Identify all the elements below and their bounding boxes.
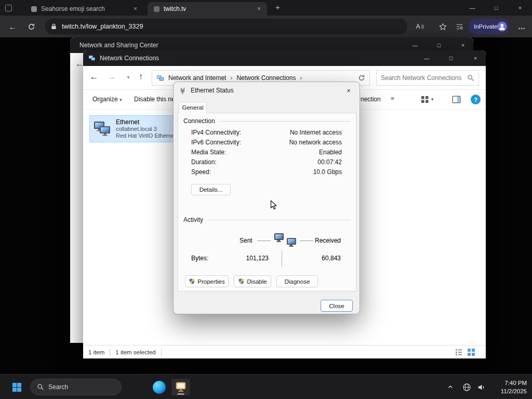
- nc-refresh-icon[interactable]: [358, 74, 365, 82]
- row-value: 00:07:42: [317, 158, 342, 168]
- activity-diagram: Sent Received: [178, 232, 356, 250]
- refresh-icon[interactable]: [24, 19, 38, 34]
- tab-actions-icon[interactable]: [5, 5, 12, 11]
- disable-button-label: Disable: [247, 278, 267, 285]
- media-state-row: Media State: Enabled: [178, 149, 356, 158]
- tab-seahorse[interactable]: Seahorse emoji search ×: [25, 2, 143, 16]
- nc-minimize-button[interactable]: —: [416, 50, 437, 66]
- breadcrumb-network-and-internet[interactable]: Network and Internet: [168, 74, 226, 82]
- command-overflow-chevron-icon[interactable]: »: [391, 95, 394, 102]
- row-value: No Internet access: [290, 129, 342, 139]
- ipv4-row: IPv4 Connectivity: No Internet access: [178, 129, 356, 139]
- edge-taskbar-button[interactable]: [150, 379, 168, 395]
- tab-close-icon[interactable]: ×: [131, 5, 139, 12]
- start-button[interactable]: [7, 379, 26, 395]
- browser-tab-bar: Seahorse emoji search × twitch.tv × + — …: [0, 0, 532, 16]
- bytes-sent-value: 101,123: [246, 255, 269, 262]
- diagnose-button[interactable]: Diagnose: [276, 275, 318, 287]
- disable-button[interactable]: Disable: [234, 275, 271, 287]
- nav-history-chevron-icon[interactable]: ▾: [122, 74, 135, 80]
- tab-label: twitch.tv: [164, 5, 186, 12]
- network-tray-button[interactable]: [459, 379, 474, 395]
- inprivate-badge[interactable]: InPrivate: [469, 19, 509, 34]
- view-options-button[interactable]: ▾: [421, 95, 434, 103]
- browser-maximize-button[interactable]: □: [484, 0, 508, 16]
- chevron-up-icon: [447, 384, 454, 390]
- properties-button[interactable]: Properties: [185, 275, 229, 287]
- selected-count: 1 item selected: [115, 349, 155, 355]
- dialog-titlebar[interactable]: Ethernet Status: [174, 82, 360, 99]
- details-view-icon[interactable]: [455, 348, 463, 356]
- new-tab-button[interactable]: +: [275, 3, 280, 11]
- speed-row: Speed: 10.0 Gbps: [178, 168, 356, 178]
- taskbar-clock[interactable]: 7:40 PM 11/2/2025: [501, 379, 527, 395]
- preview-pane-button[interactable]: [452, 96, 461, 105]
- taskbar-search[interactable]: Search: [30, 379, 122, 395]
- grid-view-icon: [421, 95, 429, 103]
- dialog-close-icon[interactable]: ×: [338, 82, 360, 99]
- breadcrumb-network-connections[interactable]: Network Connections: [236, 74, 296, 82]
- nav-up-icon[interactable]: ↑: [134, 72, 148, 82]
- details-button[interactable]: Details...: [191, 184, 231, 195]
- nsc-back-icon[interactable]: ←: [75, 59, 84, 69]
- taskbar: Search 7:40 PM 11/2/2025: [0, 374, 532, 399]
- nc-maximize-button[interactable]: □: [441, 50, 461, 66]
- browser-menu-icon[interactable]: …: [514, 19, 529, 34]
- separator: [110, 349, 110, 356]
- volume-tray-button[interactable]: [474, 379, 488, 395]
- large-icons-view-icon[interactable]: [467, 348, 475, 356]
- address-bar[interactable]: twitch.tv/low_plankton_3329: [45, 19, 407, 34]
- details-button-label: Details...: [200, 187, 223, 193]
- help-icon[interactable]: ?: [471, 95, 481, 104]
- back-icon[interactable]: ←: [5, 19, 20, 34]
- favorite-star-icon[interactable]: [435, 19, 450, 34]
- tab-close-icon[interactable]: ×: [255, 5, 263, 12]
- row-label: IPv4 Connectivity:: [191, 129, 241, 139]
- search-icon[interactable]: [467, 74, 474, 82]
- globe-icon: [462, 383, 471, 392]
- bytes-received-value: 60,843: [322, 255, 341, 262]
- browser-minimize-button[interactable]: —: [460, 0, 484, 16]
- tab-general[interactable]: General: [179, 102, 207, 113]
- organize-button[interactable]: Organize ▾: [92, 96, 122, 103]
- duration-row: Duration: 00:07:42: [178, 158, 356, 168]
- tray-overflow-button[interactable]: [444, 379, 457, 395]
- active-app-taskbar-button[interactable]: [171, 379, 190, 395]
- uac-shield-icon: [238, 278, 245, 285]
- tab-favicon-icon: [154, 6, 159, 12]
- tab-twitch[interactable]: twitch.tv ×: [148, 2, 267, 16]
- profile-avatar[interactable]: [497, 21, 507, 32]
- group-divider: [207, 220, 351, 220]
- command-overflow-label[interactable]: nection: [361, 96, 381, 103]
- row-value: Enabled: [319, 149, 342, 158]
- connection-group: Connection: [178, 117, 356, 125]
- row-label: IPv6 Connectivity:: [191, 139, 241, 149]
- item-count: 1 item: [88, 349, 104, 355]
- breadcrumb-location-icon: [156, 74, 164, 82]
- edge-icon: [153, 381, 166, 394]
- url-text[interactable]: twitch.tv/low_plankton_3329: [62, 23, 143, 30]
- ethernet-plug-icon: [179, 87, 187, 95]
- favorites-hub-icon[interactable]: [452, 19, 467, 34]
- activity-computers-icon: [274, 232, 297, 248]
- dialog-action-buttons: Properties Disable Diagnose: [185, 275, 318, 287]
- group-divider: [219, 121, 351, 122]
- nc-search-input[interactable]: [381, 74, 467, 82]
- nc-close-button[interactable]: ×: [465, 50, 486, 66]
- taskbar-search-label: Search: [48, 383, 68, 391]
- site-info-icon[interactable]: [51, 23, 57, 30]
- nav-forward-icon[interactable]: →: [105, 72, 118, 82]
- ethernet-status-dialog[interactable]: Ethernet Status × General Connection IPv…: [173, 82, 360, 314]
- nc-titlebar[interactable]: Network Connections — □ ×: [83, 50, 486, 66]
- network-status-app-icon: [175, 381, 187, 393]
- nc-search-box[interactable]: [376, 70, 479, 86]
- chevron-down-icon: ▾: [431, 97, 434, 102]
- row-value: 10.0 Gbps: [313, 168, 342, 178]
- link-dash: [300, 241, 313, 241]
- search-icon: [37, 383, 44, 391]
- read-aloud-icon[interactable]: A: [413, 19, 427, 34]
- browser-close-button[interactable]: ×: [508, 0, 532, 16]
- nav-back-icon[interactable]: ←: [87, 72, 101, 82]
- tab-label: Seahorse emoji search: [41, 5, 105, 12]
- close-button[interactable]: Close: [321, 300, 353, 312]
